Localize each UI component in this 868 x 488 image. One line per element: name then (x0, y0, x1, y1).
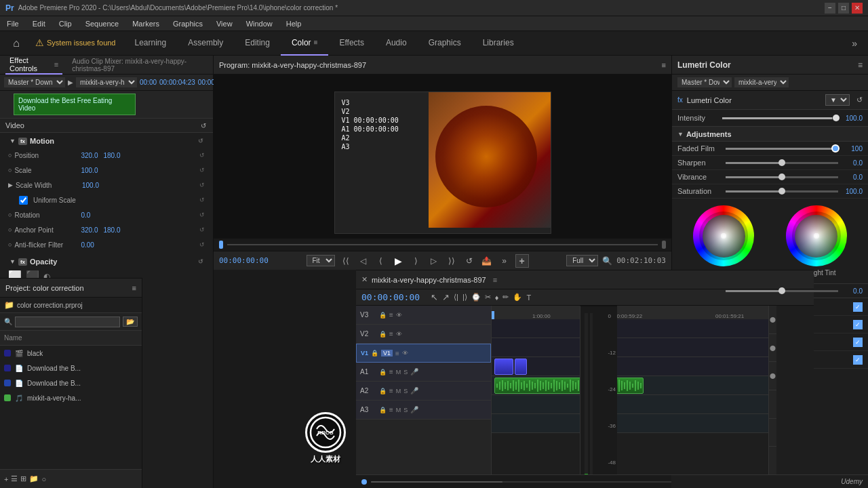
project-search-btn2[interactable]: ○ (41, 475, 46, 483)
timeline-menu[interactable]: ≡ (493, 276, 497, 284)
ctrl-previous[interactable]: ⟨ (374, 254, 388, 268)
ctrl-loop[interactable]: ↺ (462, 254, 476, 268)
tl-tool-select[interactable]: ↖ (431, 292, 438, 302)
system-alert[interactable]: ⚠ System issues found (27, 31, 124, 56)
scrubber-track[interactable] (227, 244, 658, 245)
clip-v1-2[interactable] (515, 359, 527, 375)
tl-tool-rolling[interactable]: |⟩ (462, 292, 467, 302)
tab-learning[interactable]: Learning (124, 31, 178, 56)
timeline-scroll-thumb[interactable] (371, 481, 502, 483)
tl-tool-hand[interactable]: ✋ (513, 292, 522, 302)
project-item-mixkit[interactable]: 🎵 mixkit-a-very-ha... (0, 390, 142, 405)
lumetri-clip-select[interactable]: mixkit-a-very-... (734, 77, 789, 87)
tab-libraries[interactable]: Libraries (472, 31, 525, 56)
anchor-y-value[interactable]: 180.0 (103, 226, 120, 234)
saturation-slider[interactable] (726, 190, 838, 192)
vibrance-slider[interactable] (726, 176, 838, 178)
rotation-value[interactable]: 0.0 (81, 211, 90, 219)
color-wheels-checkbox[interactable]: ✓ (853, 320, 863, 329)
sharpen-value[interactable]: 0.0 (842, 159, 863, 167)
track-v2-lock[interactable]: 🔒 (379, 331, 387, 338)
project-grid-btn[interactable]: ⊞ (20, 474, 26, 483)
ctrl-more[interactable]: » (498, 254, 511, 268)
tint-balance-thumb[interactable] (778, 287, 785, 294)
title-controls[interactable]: − □ ✕ (825, 3, 863, 14)
track-v1-lock[interactable]: 🔒 (371, 350, 378, 357)
scale-reset[interactable]: ↺ (199, 167, 205, 174)
home-button[interactable]: ⌂ (5, 31, 27, 56)
menu-view[interactable]: View (214, 18, 235, 29)
ctrl-step-back[interactable]: ◁ (357, 254, 370, 268)
ctrl-add[interactable]: + (515, 254, 529, 268)
sharpen-slider[interactable] (726, 162, 838, 164)
motion-reset[interactable]: ↺ (198, 138, 203, 144)
ctrl-export[interactable]: 📤 (480, 254, 494, 268)
anti-flicker-value[interactable]: 0.00 (81, 241, 94, 249)
motion-twirl[interactable]: ▼ (9, 138, 16, 144)
project-item-download2[interactable]: 📄 Download the B... (0, 375, 142, 390)
tab-audio[interactable]: Audio (375, 31, 418, 56)
intensity-thumb[interactable] (833, 115, 840, 121)
tab-audio-clip-mixer[interactable]: Audio Clip Mixer: mixkit-a-very-happy-ch… (68, 56, 208, 75)
vibrance-value[interactable]: 0.0 (842, 174, 863, 181)
rotation-twirl[interactable]: ○ (8, 211, 12, 218)
tl-tool-ripple[interactable]: ⟨| (454, 292, 458, 302)
ctrl-next[interactable]: ⟩ (410, 254, 423, 268)
search-folder-button[interactable]: 📂 (123, 317, 138, 327)
close-button[interactable]: ✕ (852, 3, 863, 14)
track-v3-eye[interactable]: 👁 (396, 312, 402, 319)
effect-source-select[interactable]: Master * Download the... (4, 77, 65, 87)
anchor-twirl[interactable]: ○ (8, 226, 12, 233)
project-search-input[interactable] (15, 317, 120, 327)
lumetri-menu-icon[interactable]: ≡ (858, 60, 863, 70)
project-new-btn[interactable]: + (4, 475, 8, 483)
faded-film-value[interactable]: 100 (842, 145, 863, 152)
menu-help[interactable]: Help (283, 18, 304, 29)
timeline-timecode[interactable]: 00:00:00:00 (361, 292, 420, 302)
tl-close-btn[interactable]: ✕ (361, 275, 368, 284)
uniform-scale-checkbox[interactable] (19, 196, 28, 205)
tab-editing[interactable]: Editing (234, 31, 281, 56)
menu-edit[interactable]: Edit (30, 18, 48, 29)
track-a3-lock[interactable]: 🔒 (379, 407, 387, 413)
project-menu-icon[interactable]: ≡ (132, 284, 136, 292)
track-a2-mic[interactable]: 🎤 (410, 387, 418, 394)
ctrl-step-forward[interactable]: ▷ (427, 254, 441, 268)
project-list-btn[interactable]: ☰ (11, 474, 18, 483)
track-a2-lock[interactable]: 🔒 (379, 388, 387, 394)
anchor-x-value[interactable]: 320.0 (81, 226, 98, 234)
scale-width-value[interactable]: 100.0 (82, 182, 99, 189)
project-item-download1[interactable]: 📄 Download the B... (0, 361, 142, 375)
ctrl-to-beginning[interactable]: ⟨⟨ (339, 254, 353, 268)
tint-balance-value[interactable]: 0.0 (842, 287, 863, 295)
scale-twirl[interactable]: ○ (8, 167, 12, 174)
uniform-scale-reset[interactable]: ↺ (199, 197, 205, 203)
tint-balance-slider[interactable] (726, 290, 838, 292)
scale-width-reset[interactable]: ↺ (199, 182, 205, 188)
lumetri-source-select[interactable]: Master * Downlo... (677, 77, 732, 87)
scrubber-thumb[interactable] (219, 241, 223, 249)
vignette-checkbox[interactable]: ✓ (853, 355, 863, 365)
clip-a1[interactable] (494, 378, 644, 394)
faded-film-slider[interactable] (726, 148, 838, 150)
video-reset-button[interactable]: ↺ (199, 122, 208, 129)
menu-clip[interactable]: Clip (56, 18, 75, 29)
tab-effects[interactable]: Effects (328, 31, 374, 56)
track-a1-lock[interactable]: 🔒 (379, 369, 387, 375)
tl-tool-text[interactable]: T (526, 292, 531, 302)
track-a1-m[interactable]: M (396, 369, 401, 375)
menu-window[interactable]: Window (243, 18, 275, 29)
tl-tool-pen[interactable]: ✏ (502, 292, 509, 302)
vibrance-thumb[interactable] (778, 174, 785, 180)
scale-width-twirl[interactable]: ▶ (8, 182, 13, 188)
rotation-reset[interactable]: ↺ (199, 211, 205, 218)
monitor-timecode-in[interactable]: 00:00:00:00 (219, 256, 269, 265)
workspace-more[interactable]: » (846, 31, 863, 56)
track-a1-s[interactable]: S (403, 369, 408, 375)
ctrl-to-end[interactable]: ⟩⟩ (445, 254, 458, 268)
scrubber-bar[interactable] (214, 239, 671, 251)
maximize-button[interactable]: □ (838, 3, 849, 14)
tab-graphics[interactable]: Graphics (418, 31, 472, 56)
scale-value[interactable]: 100.0 (81, 167, 98, 174)
menu-markers[interactable]: Markers (130, 18, 162, 29)
